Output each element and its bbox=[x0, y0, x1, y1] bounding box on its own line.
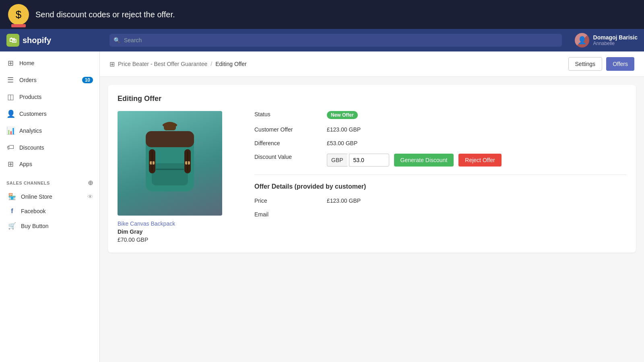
products-icon: ◫ bbox=[6, 93, 14, 101]
difference-label: Difference bbox=[254, 140, 319, 146]
analytics-icon: 📊 bbox=[6, 126, 14, 135]
generate-discount-button[interactable]: Generate Discount bbox=[394, 154, 454, 167]
breadcrumb-current: Editing Offer bbox=[215, 61, 247, 67]
offers-button[interactable]: Offers bbox=[606, 57, 634, 71]
customer-offer-row: Customer Offer £123.00 GBP bbox=[254, 126, 626, 133]
product-image bbox=[118, 111, 222, 216]
breadcrumb-actions: Settings Offers bbox=[568, 57, 634, 71]
content-area: ⊞ Price Beater - Best Offer Guarantee / … bbox=[100, 51, 644, 362]
sidebar-label-products: Products bbox=[19, 94, 41, 100]
status-badge: New Offer bbox=[327, 111, 358, 119]
eye-icon[interactable]: 👁 bbox=[87, 193, 93, 200]
difference-value: £53.00 GBP bbox=[327, 140, 357, 146]
sidebar-item-discounts[interactable]: 🏷 Discounts bbox=[0, 139, 99, 156]
main-layout: ⊞ Home ☰ Orders 10 ◫ Products 👤 Customer… bbox=[0, 51, 644, 362]
online-store-icon: 🏪 bbox=[8, 193, 16, 200]
sidebar-label-discounts: Discounts bbox=[19, 144, 44, 151]
discount-input-group: GBP Generate Discount Reject Offer bbox=[327, 154, 502, 167]
avatar: 👤 bbox=[575, 33, 589, 47]
reject-offer-button[interactable]: Reject Offer bbox=[458, 154, 501, 167]
backpack-svg bbox=[130, 119, 210, 208]
sales-channels-label: SALES CHANNELS bbox=[6, 181, 50, 185]
sidebar-label-home: Home bbox=[19, 60, 34, 66]
difference-row: Difference £53.00 GBP bbox=[254, 140, 626, 146]
add-channel-icon[interactable]: ⊕ bbox=[88, 179, 93, 187]
admin-header: 🛍 shopify 🔍 👤 Domagoj Barisic Annabelle bbox=[0, 29, 644, 51]
offer-grid: Bike Canvas Backpack Dim Gray £70.00 GBP… bbox=[118, 111, 626, 243]
breadcrumb-app-link[interactable]: Price Beater - Best Offer Guarantee bbox=[118, 61, 207, 67]
details-column: Status New Offer Customer Offer £123.00 … bbox=[254, 111, 626, 243]
offer-card: Editing Offer bbox=[108, 85, 636, 253]
facebook-icon: f bbox=[8, 208, 16, 215]
price-label: Price bbox=[254, 197, 319, 204]
orders-icon: ☰ bbox=[6, 76, 14, 84]
sidebar-item-orders[interactable]: ☰ Orders 10 bbox=[0, 72, 99, 88]
top-banner: $ Send discount codes or reject the offe… bbox=[0, 0, 644, 29]
discounts-icon: 🏷 bbox=[6, 143, 14, 152]
card-title: Editing Offer bbox=[118, 95, 626, 103]
status-row: Status New Offer bbox=[254, 111, 626, 119]
sidebar-label-orders: Orders bbox=[19, 77, 37, 83]
sidebar-item-buy-button[interactable]: 🛒 Buy Button bbox=[0, 218, 99, 233]
sidebar-item-home[interactable]: ⊞ Home bbox=[0, 55, 99, 72]
sidebar-label-buy-button: Buy Button bbox=[21, 223, 49, 229]
discount-amount-input[interactable] bbox=[349, 154, 389, 167]
product-variant: Dim Gray bbox=[118, 228, 238, 235]
sidebar-item-analytics[interactable]: 📊 Analytics bbox=[0, 122, 99, 139]
sidebar-label-online-store: Online Store bbox=[21, 193, 52, 200]
shopify-logo-text: shopify bbox=[23, 36, 51, 45]
offer-details-subtitle: Offer Details (provided by customer) bbox=[254, 183, 626, 190]
product-name-link[interactable]: Bike Canvas Backpack bbox=[118, 220, 238, 227]
section-divider bbox=[254, 175, 626, 175]
sidebar-label-analytics: Analytics bbox=[19, 128, 42, 134]
home-icon: ⊞ bbox=[6, 59, 14, 68]
customers-icon: 👤 bbox=[6, 109, 14, 118]
orders-badge: 10 bbox=[82, 77, 93, 83]
settings-button[interactable]: Settings bbox=[568, 57, 603, 71]
product-column: Bike Canvas Backpack Dim Gray £70.00 GBP bbox=[118, 111, 238, 243]
app-breadcrumb-icon: ⊞ bbox=[109, 60, 115, 68]
breadcrumb-bar: ⊞ Price Beater - Best Offer Guarantee / … bbox=[100, 51, 644, 77]
email-row: Email bbox=[254, 211, 626, 218]
search-input[interactable] bbox=[109, 34, 562, 47]
product-price: £70.00 GBP bbox=[118, 237, 238, 243]
sales-channels-header: SALES CHANNELS ⊕ bbox=[0, 173, 99, 189]
customer-offer-label: Customer Offer bbox=[254, 126, 319, 133]
shopify-logo: 🛍 shopify bbox=[6, 34, 103, 47]
banner-text: Send discount codes or reject the offer. bbox=[35, 10, 175, 19]
search-icon: 🔍 bbox=[114, 37, 120, 43]
discount-value-row: Discount Value GBP Generate Discount Rej… bbox=[254, 154, 626, 167]
apps-icon: ⊞ bbox=[6, 160, 14, 169]
price-row: Price £123.00 GBP bbox=[254, 197, 626, 204]
price-value: £123.00 GBP bbox=[327, 197, 361, 204]
sidebar-item-facebook[interactable]: f Facebook bbox=[0, 204, 99, 218]
user-details: Domagoj Barisic Annabelle bbox=[593, 34, 638, 46]
breadcrumb: ⊞ Price Beater - Best Offer Guarantee / … bbox=[109, 60, 247, 68]
user-info: 👤 Domagoj Barisic Annabelle bbox=[575, 33, 638, 47]
user-subtitle: Annabelle bbox=[593, 41, 638, 46]
sidebar-item-online-store[interactable]: 🏪 Online Store 👁 bbox=[0, 189, 99, 204]
sidebar: ⊞ Home ☰ Orders 10 ◫ Products 👤 Customer… bbox=[0, 51, 100, 362]
sidebar-item-customers[interactable]: 👤 Customers bbox=[0, 105, 99, 122]
sidebar-item-apps[interactable]: ⊞ Apps bbox=[0, 156, 99, 173]
email-label: Email bbox=[254, 211, 319, 218]
user-name: Domagoj Barisic bbox=[593, 34, 638, 41]
status-label: Status bbox=[254, 111, 319, 117]
sidebar-label-apps: Apps bbox=[19, 161, 32, 167]
svg-rect-4 bbox=[146, 131, 194, 147]
customer-offer-value: £123.00 GBP bbox=[327, 126, 361, 133]
sidebar-item-products[interactable]: ◫ Products bbox=[0, 88, 99, 105]
discount-value-label: Discount Value bbox=[254, 154, 319, 160]
sidebar-label-customers: Customers bbox=[19, 111, 47, 117]
search-bar[interactable]: 🔍 bbox=[109, 34, 562, 47]
svg-rect-2 bbox=[152, 163, 188, 185]
shopify-bag-icon: 🛍 bbox=[6, 34, 19, 47]
currency-prefix: GBP bbox=[327, 154, 347, 167]
buy-button-icon: 🛒 bbox=[8, 222, 16, 230]
dollar-icon: $ bbox=[16, 8, 21, 21]
banner-icon: $ bbox=[8, 4, 29, 25]
sidebar-label-facebook: Facebook bbox=[21, 208, 45, 214]
breadcrumb-separator: / bbox=[211, 61, 212, 67]
